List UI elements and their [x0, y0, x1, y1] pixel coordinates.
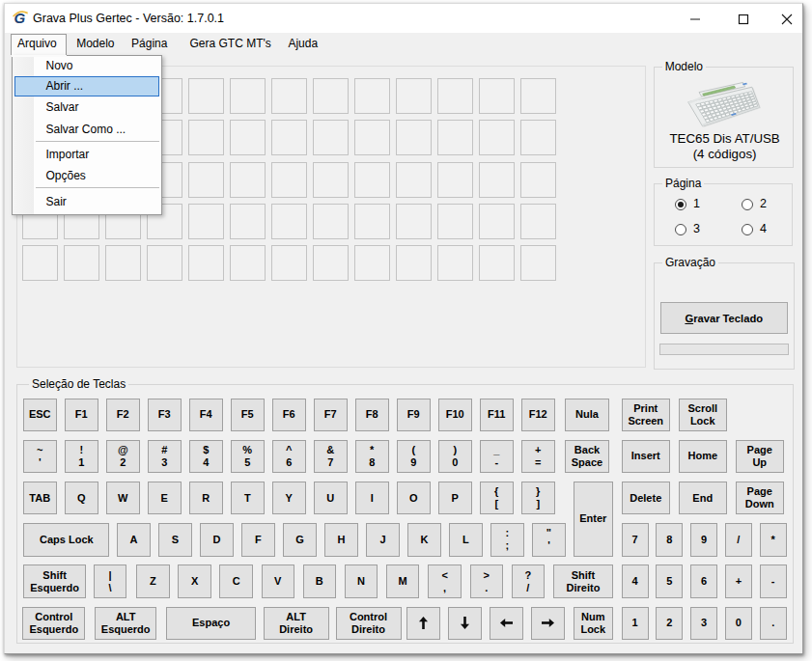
svg-text:G: G	[14, 9, 25, 25]
